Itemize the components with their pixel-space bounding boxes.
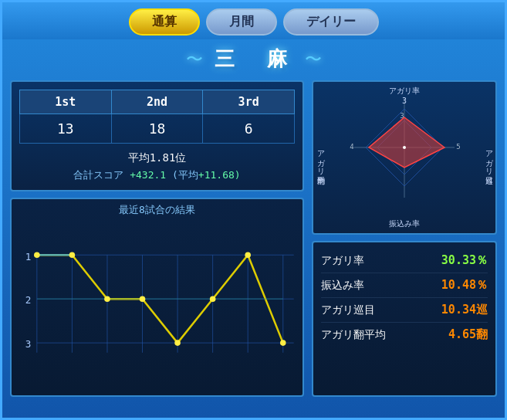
avg-rank-text: 平均1.81位 [19, 151, 295, 165]
radar-label-right: アガリ巡目 [483, 145, 494, 171]
total-score-text: 合計スコア +432.1 (平均+11.68) [19, 168, 295, 182]
radar-container: アガリ率3 アガリ翻平均 アガリ巡目 振込み率 3 [312, 80, 497, 235]
svg-point-22 [210, 296, 216, 302]
chart-svg: 1 2 3 [15, 219, 299, 388]
svg-text:2: 2 [25, 295, 32, 307]
table-row: 13 18 6 [20, 114, 295, 144]
stat-label-furiko: 振込み率 [321, 279, 364, 293]
stat-row-agari: アガリ率 30.33％ [321, 249, 488, 273]
svg-text:1: 1 [25, 251, 32, 262]
col-2nd: 2nd [111, 90, 203, 114]
col-3rd: 3rd [203, 90, 295, 114]
tab-bar: 通算 月間 デイリー [2, 2, 505, 39]
stat-row-furiko: 振込み率 10.48％ [321, 273, 488, 298]
tab-月間[interactable]: 月間 [206, 8, 277, 36]
stat-label-agari: アガリ率 [321, 254, 364, 268]
wave-left-icon: 〜 [186, 48, 203, 71]
stat-value-han: 4.65翻 [448, 327, 488, 342]
svg-text:5: 5 [456, 143, 460, 151]
col-1st: 1st [20, 90, 112, 114]
tab-通算[interactable]: 通算 [129, 8, 200, 36]
stat-value-junme: 10.34巡 [441, 303, 488, 317]
svg-marker-34 [369, 117, 444, 168]
val-3rd: 6 [203, 114, 295, 144]
main-content: 1st 2nd 3rd 13 18 6 平均1.81位 [2, 76, 505, 403]
stat-label-junme: アガリ巡目 [321, 303, 375, 317]
svg-point-17 [34, 252, 40, 258]
radar-label-bottom: 振込み率 [389, 218, 420, 229]
val-2nd: 18 [111, 114, 203, 144]
left-panel: 1st 2nd 3rd 13 18 6 平均1.81位 [10, 80, 304, 397]
radar-label-left: アガリ翻平均 [315, 145, 326, 171]
stat-value-furiko: 10.48％ [441, 278, 488, 293]
stat-label-han: アガリ翻平均 [321, 328, 386, 342]
chart-title: 最近8試合の結果 [15, 203, 299, 217]
svg-text:3: 3 [25, 338, 32, 350]
chart-container: 最近8試合の結果 1 2 3 [10, 198, 304, 397]
svg-text:4: 4 [350, 143, 353, 151]
wave-right-icon: 〜 [305, 48, 322, 71]
stat-row-han: アガリ翻平均 4.65翻 [321, 323, 488, 347]
page-title: 三 麻 [215, 46, 293, 73]
svg-point-18 [69, 252, 76, 258]
stat-row-junme: アガリ巡目 10.34巡 [321, 298, 488, 323]
svg-point-19 [104, 296, 110, 302]
svg-point-21 [174, 340, 181, 346]
stats-list: アガリ率 30.33％ 振込み率 10.48％ アガリ巡目 10.34巡 アガリ… [312, 241, 497, 397]
svg-point-24 [280, 340, 286, 346]
svg-point-20 [140, 296, 146, 302]
stats-table-container: 1st 2nd 3rd 13 18 6 平均1.81位 [10, 80, 304, 191]
placement-table: 1st 2nd 3rd 13 18 6 [19, 90, 295, 144]
title-area: 〜 三 麻 〜 [2, 39, 505, 76]
app-container: 通算 月間 デイリー 〜 三 麻 〜 1st 2nd 3rd [0, 0, 507, 420]
svg-point-35 [403, 146, 406, 149]
svg-point-23 [245, 252, 251, 258]
chart-area: 1 2 3 [15, 219, 299, 388]
val-1st: 13 [20, 114, 112, 144]
right-panel: アガリ率3 アガリ翻平均 アガリ巡目 振込み率 3 [312, 80, 497, 397]
radar-label-top: アガリ率3 [389, 86, 420, 105]
stat-value-agari: 30.33％ [441, 253, 488, 268]
tab-デイリー[interactable]: デイリー [283, 8, 379, 36]
